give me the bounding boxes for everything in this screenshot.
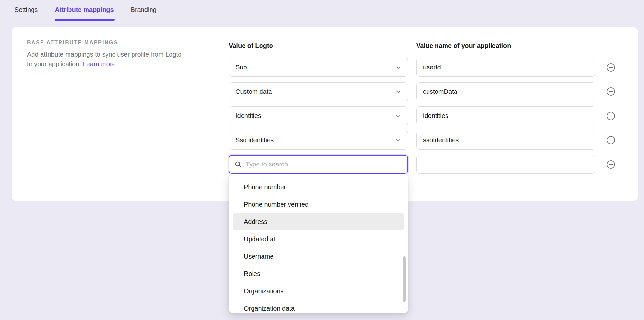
dropdown-item[interactable]: Organizations bbox=[233, 282, 404, 300]
column-header-app-value: Value name of your application bbox=[416, 42, 511, 49]
search-icon bbox=[235, 161, 242, 168]
minus-circle-icon bbox=[606, 87, 615, 96]
mapping-rows-wrap: Sub Custom data bbox=[229, 58, 624, 179]
app-value-input[interactable] bbox=[416, 131, 595, 150]
remove-mapping-button[interactable] bbox=[606, 135, 616, 145]
logto-value-select[interactable]: Custom data bbox=[229, 82, 408, 101]
minus-circle-icon bbox=[606, 160, 615, 169]
tab-branding[interactable]: Branding bbox=[131, 0, 157, 20]
chevron-down-icon bbox=[395, 137, 402, 144]
logto-value-select-label: Sso identities bbox=[235, 137, 274, 144]
tab-settings[interactable]: Settings bbox=[14, 0, 38, 20]
mapping-row: Identities bbox=[229, 106, 624, 125]
logto-value-select[interactable]: Identities bbox=[229, 106, 408, 125]
mapping-row: Sub bbox=[229, 58, 624, 77]
minus-circle-icon bbox=[606, 63, 615, 72]
dropdown-item[interactable]: Organization data bbox=[233, 300, 404, 313]
mapping-row: Custom data bbox=[229, 82, 624, 101]
learn-more-link[interactable]: Learn more bbox=[83, 60, 115, 67]
dropdown-item[interactable]: Address bbox=[233, 213, 404, 230]
dropdown-item[interactable]: Username bbox=[233, 248, 404, 265]
dropdown-item[interactable]: Phone number bbox=[233, 178, 404, 196]
logto-value-select-label: Custom data bbox=[235, 88, 272, 95]
app-value-input[interactable] bbox=[416, 106, 595, 125]
remove-mapping-button[interactable] bbox=[606, 111, 616, 121]
dropdown-item[interactable]: Phone number verified bbox=[233, 196, 404, 213]
app-value-input[interactable] bbox=[416, 58, 595, 77]
chevron-down-icon bbox=[395, 88, 402, 95]
section-title: BASE ATTRIBUTE MAPPINGS bbox=[27, 40, 118, 46]
logto-value-select-label: Identities bbox=[235, 112, 261, 120]
attribute-dropdown-list: Phone number Phone number verified Addre… bbox=[229, 178, 408, 313]
attribute-dropdown: Phone number Phone number verified Addre… bbox=[229, 174, 408, 313]
chevron-down-icon bbox=[395, 112, 402, 120]
new-mapping-row bbox=[229, 155, 624, 174]
attribute-search-combobox[interactable] bbox=[229, 155, 408, 174]
mapping-row: Sso identities bbox=[229, 131, 624, 150]
minus-circle-icon bbox=[606, 136, 615, 145]
remove-mapping-button[interactable] bbox=[606, 87, 616, 96]
remove-mapping-button[interactable] bbox=[606, 63, 616, 72]
logto-value-select[interactable]: Sub bbox=[229, 58, 408, 77]
remove-mapping-button[interactable] bbox=[606, 160, 616, 169]
attribute-search-input[interactable] bbox=[246, 161, 403, 168]
app-value-input-new[interactable] bbox=[416, 155, 595, 174]
app-value-input[interactable] bbox=[416, 82, 595, 101]
tab-bar: Settings Attribute mappings Branding bbox=[9, 0, 614, 20]
dropdown-item[interactable]: Updated at bbox=[233, 230, 404, 248]
attribute-mappings-page: Settings Attribute mappings Branding BAS… bbox=[0, 0, 644, 320]
mapping-rows: Sub Custom data bbox=[229, 58, 624, 150]
logto-value-select[interactable]: Sso identities bbox=[229, 131, 408, 150]
section-description: Add attribute mappings to sync user prof… bbox=[27, 49, 186, 69]
chevron-down-icon bbox=[395, 64, 402, 71]
dropdown-item[interactable]: Roles bbox=[233, 265, 404, 282]
minus-circle-icon bbox=[606, 111, 615, 120]
dropdown-scrollbar-thumb[interactable] bbox=[403, 256, 406, 302]
tab-attribute-mappings[interactable]: Attribute mappings bbox=[55, 0, 114, 20]
logto-value-select-label: Sub bbox=[235, 64, 247, 71]
column-header-logto-value: Value of Logto bbox=[229, 42, 273, 49]
